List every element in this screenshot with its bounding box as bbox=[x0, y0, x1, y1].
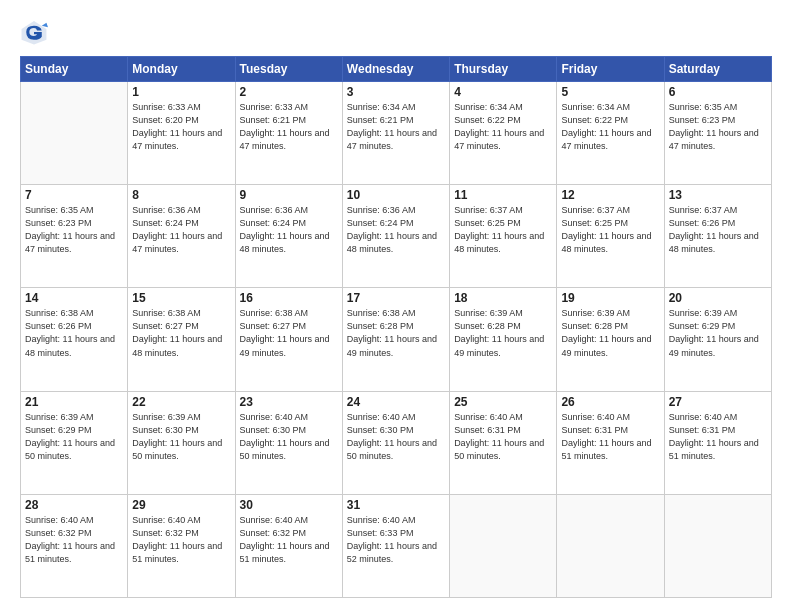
day-number: 3 bbox=[347, 85, 445, 99]
day-number: 8 bbox=[132, 188, 230, 202]
calendar-cell: 2Sunrise: 6:33 AM Sunset: 6:21 PM Daylig… bbox=[235, 82, 342, 185]
calendar-cell bbox=[557, 494, 664, 597]
day-info: Sunrise: 6:38 AM Sunset: 6:26 PM Dayligh… bbox=[25, 307, 123, 359]
calendar-cell: 17Sunrise: 6:38 AM Sunset: 6:28 PM Dayli… bbox=[342, 288, 449, 391]
day-info: Sunrise: 6:37 AM Sunset: 6:26 PM Dayligh… bbox=[669, 204, 767, 256]
day-number: 16 bbox=[240, 291, 338, 305]
week-row: 28Sunrise: 6:40 AM Sunset: 6:32 PM Dayli… bbox=[21, 494, 772, 597]
day-info: Sunrise: 6:36 AM Sunset: 6:24 PM Dayligh… bbox=[347, 204, 445, 256]
calendar-cell: 26Sunrise: 6:40 AM Sunset: 6:31 PM Dayli… bbox=[557, 391, 664, 494]
day-info: Sunrise: 6:39 AM Sunset: 6:29 PM Dayligh… bbox=[669, 307, 767, 359]
calendar-cell: 15Sunrise: 6:38 AM Sunset: 6:27 PM Dayli… bbox=[128, 288, 235, 391]
day-info: Sunrise: 6:34 AM Sunset: 6:22 PM Dayligh… bbox=[561, 101, 659, 153]
day-number: 18 bbox=[454, 291, 552, 305]
day-info: Sunrise: 6:38 AM Sunset: 6:27 PM Dayligh… bbox=[240, 307, 338, 359]
day-info: Sunrise: 6:34 AM Sunset: 6:21 PM Dayligh… bbox=[347, 101, 445, 153]
calendar-cell: 13Sunrise: 6:37 AM Sunset: 6:26 PM Dayli… bbox=[664, 185, 771, 288]
day-number: 10 bbox=[347, 188, 445, 202]
logo-icon bbox=[20, 18, 48, 46]
week-row: 14Sunrise: 6:38 AM Sunset: 6:26 PM Dayli… bbox=[21, 288, 772, 391]
day-number: 2 bbox=[240, 85, 338, 99]
calendar: SundayMondayTuesdayWednesdayThursdayFrid… bbox=[20, 56, 772, 598]
calendar-cell: 16Sunrise: 6:38 AM Sunset: 6:27 PM Dayli… bbox=[235, 288, 342, 391]
day-info: Sunrise: 6:40 AM Sunset: 6:30 PM Dayligh… bbox=[347, 411, 445, 463]
calendar-cell: 29Sunrise: 6:40 AM Sunset: 6:32 PM Dayli… bbox=[128, 494, 235, 597]
day-info: Sunrise: 6:40 AM Sunset: 6:31 PM Dayligh… bbox=[454, 411, 552, 463]
day-info: Sunrise: 6:40 AM Sunset: 6:32 PM Dayligh… bbox=[25, 514, 123, 566]
day-info: Sunrise: 6:40 AM Sunset: 6:31 PM Dayligh… bbox=[561, 411, 659, 463]
day-number: 13 bbox=[669, 188, 767, 202]
day-number: 5 bbox=[561, 85, 659, 99]
day-info: Sunrise: 6:37 AM Sunset: 6:25 PM Dayligh… bbox=[454, 204, 552, 256]
day-info: Sunrise: 6:39 AM Sunset: 6:30 PM Dayligh… bbox=[132, 411, 230, 463]
weekday-header: Monday bbox=[128, 57, 235, 82]
weekday-header: Saturday bbox=[664, 57, 771, 82]
day-number: 28 bbox=[25, 498, 123, 512]
day-info: Sunrise: 6:35 AM Sunset: 6:23 PM Dayligh… bbox=[669, 101, 767, 153]
calendar-cell: 22Sunrise: 6:39 AM Sunset: 6:30 PM Dayli… bbox=[128, 391, 235, 494]
day-number: 14 bbox=[25, 291, 123, 305]
day-info: Sunrise: 6:39 AM Sunset: 6:28 PM Dayligh… bbox=[561, 307, 659, 359]
calendar-cell: 6Sunrise: 6:35 AM Sunset: 6:23 PM Daylig… bbox=[664, 82, 771, 185]
day-info: Sunrise: 6:38 AM Sunset: 6:28 PM Dayligh… bbox=[347, 307, 445, 359]
day-number: 19 bbox=[561, 291, 659, 305]
day-number: 30 bbox=[240, 498, 338, 512]
day-info: Sunrise: 6:37 AM Sunset: 6:25 PM Dayligh… bbox=[561, 204, 659, 256]
day-info: Sunrise: 6:39 AM Sunset: 6:29 PM Dayligh… bbox=[25, 411, 123, 463]
day-number: 27 bbox=[669, 395, 767, 409]
day-number: 22 bbox=[132, 395, 230, 409]
weekday-header: Friday bbox=[557, 57, 664, 82]
weekday-header: Wednesday bbox=[342, 57, 449, 82]
calendar-cell: 19Sunrise: 6:39 AM Sunset: 6:28 PM Dayli… bbox=[557, 288, 664, 391]
week-row: 7Sunrise: 6:35 AM Sunset: 6:23 PM Daylig… bbox=[21, 185, 772, 288]
day-info: Sunrise: 6:39 AM Sunset: 6:28 PM Dayligh… bbox=[454, 307, 552, 359]
day-number: 15 bbox=[132, 291, 230, 305]
day-info: Sunrise: 6:33 AM Sunset: 6:20 PM Dayligh… bbox=[132, 101, 230, 153]
calendar-cell bbox=[21, 82, 128, 185]
day-number: 6 bbox=[669, 85, 767, 99]
day-info: Sunrise: 6:40 AM Sunset: 6:32 PM Dayligh… bbox=[240, 514, 338, 566]
calendar-cell: 30Sunrise: 6:40 AM Sunset: 6:32 PM Dayli… bbox=[235, 494, 342, 597]
day-info: Sunrise: 6:40 AM Sunset: 6:30 PM Dayligh… bbox=[240, 411, 338, 463]
day-info: Sunrise: 6:34 AM Sunset: 6:22 PM Dayligh… bbox=[454, 101, 552, 153]
day-info: Sunrise: 6:40 AM Sunset: 6:31 PM Dayligh… bbox=[669, 411, 767, 463]
day-number: 7 bbox=[25, 188, 123, 202]
day-number: 24 bbox=[347, 395, 445, 409]
day-info: Sunrise: 6:35 AM Sunset: 6:23 PM Dayligh… bbox=[25, 204, 123, 256]
day-number: 9 bbox=[240, 188, 338, 202]
day-number: 11 bbox=[454, 188, 552, 202]
day-number: 29 bbox=[132, 498, 230, 512]
day-number: 1 bbox=[132, 85, 230, 99]
calendar-cell: 9Sunrise: 6:36 AM Sunset: 6:24 PM Daylig… bbox=[235, 185, 342, 288]
calendar-cell: 28Sunrise: 6:40 AM Sunset: 6:32 PM Dayli… bbox=[21, 494, 128, 597]
day-number: 4 bbox=[454, 85, 552, 99]
calendar-cell: 1Sunrise: 6:33 AM Sunset: 6:20 PM Daylig… bbox=[128, 82, 235, 185]
calendar-cell: 23Sunrise: 6:40 AM Sunset: 6:30 PM Dayli… bbox=[235, 391, 342, 494]
header bbox=[20, 18, 772, 46]
weekday-header: Tuesday bbox=[235, 57, 342, 82]
calendar-cell: 14Sunrise: 6:38 AM Sunset: 6:26 PM Dayli… bbox=[21, 288, 128, 391]
day-number: 21 bbox=[25, 395, 123, 409]
week-row: 21Sunrise: 6:39 AM Sunset: 6:29 PM Dayli… bbox=[21, 391, 772, 494]
day-info: Sunrise: 6:33 AM Sunset: 6:21 PM Dayligh… bbox=[240, 101, 338, 153]
day-info: Sunrise: 6:40 AM Sunset: 6:33 PM Dayligh… bbox=[347, 514, 445, 566]
calendar-body: 1Sunrise: 6:33 AM Sunset: 6:20 PM Daylig… bbox=[21, 82, 772, 598]
calendar-cell: 7Sunrise: 6:35 AM Sunset: 6:23 PM Daylig… bbox=[21, 185, 128, 288]
day-number: 12 bbox=[561, 188, 659, 202]
calendar-cell bbox=[664, 494, 771, 597]
day-number: 20 bbox=[669, 291, 767, 305]
day-info: Sunrise: 6:36 AM Sunset: 6:24 PM Dayligh… bbox=[132, 204, 230, 256]
week-row: 1Sunrise: 6:33 AM Sunset: 6:20 PM Daylig… bbox=[21, 82, 772, 185]
day-info: Sunrise: 6:40 AM Sunset: 6:32 PM Dayligh… bbox=[132, 514, 230, 566]
day-number: 23 bbox=[240, 395, 338, 409]
day-info: Sunrise: 6:36 AM Sunset: 6:24 PM Dayligh… bbox=[240, 204, 338, 256]
calendar-cell: 12Sunrise: 6:37 AM Sunset: 6:25 PM Dayli… bbox=[557, 185, 664, 288]
calendar-cell: 5Sunrise: 6:34 AM Sunset: 6:22 PM Daylig… bbox=[557, 82, 664, 185]
day-number: 25 bbox=[454, 395, 552, 409]
calendar-cell: 4Sunrise: 6:34 AM Sunset: 6:22 PM Daylig… bbox=[450, 82, 557, 185]
calendar-cell: 27Sunrise: 6:40 AM Sunset: 6:31 PM Dayli… bbox=[664, 391, 771, 494]
calendar-cell: 21Sunrise: 6:39 AM Sunset: 6:29 PM Dayli… bbox=[21, 391, 128, 494]
logo bbox=[20, 18, 52, 46]
calendar-cell: 25Sunrise: 6:40 AM Sunset: 6:31 PM Dayli… bbox=[450, 391, 557, 494]
calendar-cell: 3Sunrise: 6:34 AM Sunset: 6:21 PM Daylig… bbox=[342, 82, 449, 185]
